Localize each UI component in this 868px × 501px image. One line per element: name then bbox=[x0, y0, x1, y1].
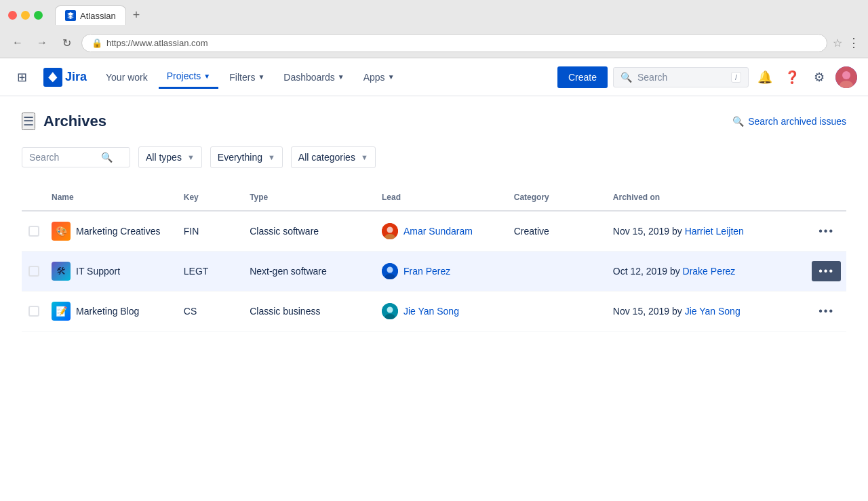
row-3-lead-name[interactable]: Jie Yan Song bbox=[403, 306, 459, 317]
search-archived-button[interactable]: 🔍 Search archived issues bbox=[732, 116, 846, 127]
row-3-lead-cell: Jie Yan Song bbox=[376, 300, 509, 322]
row-2-key: LEGT bbox=[178, 263, 244, 279]
row-3-lead-avatar bbox=[382, 303, 398, 319]
row-3-checkbox[interactable] bbox=[28, 306, 39, 317]
row-2-lead-avatar bbox=[382, 263, 398, 279]
tab-title: Atlassian bbox=[80, 11, 116, 21]
type-header: Type bbox=[244, 190, 376, 205]
row-1-checkbox[interactable] bbox=[28, 226, 39, 237]
back-button[interactable]: ← bbox=[8, 33, 27, 52]
forward-button[interactable]: → bbox=[33, 33, 52, 52]
all-categories-filter[interactable]: All categories ▼ bbox=[291, 146, 376, 168]
search-icon: 🔍 bbox=[620, 72, 632, 83]
header-right: Create 🔍 Search / 🔔 ❓ ⚙ bbox=[557, 66, 857, 88]
search-filter[interactable]: 🔍 bbox=[22, 147, 130, 167]
all-categories-chevron-icon: ▼ bbox=[361, 153, 368, 161]
filters-row: 🔍 All types ▼ Everything ▼ All categorie… bbox=[22, 146, 846, 168]
everything-filter[interactable]: Everything ▼ bbox=[210, 146, 283, 168]
reload-button[interactable]: ↻ bbox=[57, 33, 76, 52]
sidebar-toggle-button[interactable]: ☰ bbox=[22, 113, 35, 130]
create-button[interactable]: Create bbox=[557, 66, 608, 88]
row-3-archived-info: Nov 15, 2019 by Jie Yan Song bbox=[608, 303, 806, 319]
user-avatar[interactable] bbox=[835, 66, 857, 88]
row-2-category bbox=[509, 268, 608, 274]
row-3-more-button[interactable]: ••• bbox=[812, 301, 841, 321]
global-search-bar[interactable]: 🔍 Search / bbox=[613, 67, 749, 87]
all-types-label: All types bbox=[146, 152, 182, 163]
row-1-archived-date: Nov 15, 2019 bbox=[613, 226, 669, 237]
checkbox-header bbox=[22, 190, 46, 205]
page-title-row: ☰ Archives bbox=[22, 113, 106, 130]
row-3-project-icon: 📝 bbox=[52, 302, 71, 321]
browser-menu-button[interactable]: ⋮ bbox=[848, 35, 860, 50]
settings-button[interactable]: ⚙ bbox=[808, 66, 830, 88]
row-2-archived-date: Oct 12, 2019 bbox=[613, 266, 667, 277]
row-1-key: FIN bbox=[178, 223, 244, 239]
actions-header bbox=[806, 190, 846, 205]
row-2-project-name: IT Support bbox=[76, 266, 120, 277]
row-3-by-text: by bbox=[672, 306, 685, 317]
row-1-archived-by[interactable]: Harriet Leijten bbox=[685, 226, 744, 237]
nav-projects[interactable]: Projects ▼ bbox=[159, 65, 218, 89]
search-placeholder: Search bbox=[637, 72, 726, 83]
app-header: ⊞ Jira Your work Projects ▼ Filters ▼ Da… bbox=[0, 58, 868, 96]
row-2-lead-name[interactable]: Fran Perez bbox=[403, 266, 450, 277]
everything-label: Everything bbox=[218, 152, 262, 163]
table-row: 📝 Marketing Blog CS Classic business Jie… bbox=[22, 292, 846, 332]
maximize-dot[interactable] bbox=[34, 11, 43, 20]
nav-dashboards[interactable]: Dashboards ▼ bbox=[275, 66, 352, 88]
jira-logo-text: Jira bbox=[65, 70, 87, 84]
new-tab-button[interactable]: + bbox=[129, 8, 144, 22]
row-2-archived-by[interactable]: Drake Perez bbox=[683, 266, 736, 277]
row-1-checkbox-cell bbox=[22, 223, 46, 239]
page-title: Archives bbox=[43, 113, 106, 130]
projects-chevron-icon: ▼ bbox=[203, 73, 210, 80]
row-1-lead-name[interactable]: Amar Sundaram bbox=[403, 226, 473, 237]
category-header: Category bbox=[509, 190, 608, 205]
row-3-key: CS bbox=[178, 303, 244, 319]
address-bar[interactable]: 🔒 https://www.atlassian.com bbox=[81, 34, 827, 52]
help-button[interactable]: ❓ bbox=[781, 66, 803, 88]
row-1-by-text: by bbox=[672, 226, 685, 237]
row-2-name-cell: 🛠 IT Support bbox=[46, 259, 178, 283]
row-2-type: Next-gen software bbox=[244, 263, 376, 279]
row-3-name-cell: 📝 Marketing Blog bbox=[46, 299, 178, 323]
row-1-type: Classic software bbox=[244, 223, 376, 239]
nav-apps[interactable]: Apps ▼ bbox=[355, 66, 403, 88]
row-3-type: Classic business bbox=[244, 303, 376, 319]
row-1-more-button[interactable]: ••• bbox=[812, 221, 841, 241]
nav-your-work[interactable]: Your work bbox=[98, 66, 156, 88]
row-1-lead-avatar bbox=[382, 223, 398, 239]
row-2-by-text: by bbox=[670, 266, 683, 277]
notifications-button[interactable]: 🔔 bbox=[754, 66, 776, 88]
svg-point-4 bbox=[387, 227, 393, 233]
filters-chevron-icon: ▼ bbox=[258, 73, 264, 81]
row-1-archived-info: Nov 15, 2019 by Harriet Leijten bbox=[608, 223, 806, 239]
everything-chevron-icon: ▼ bbox=[268, 153, 275, 161]
search-filter-icon: 🔍 bbox=[101, 152, 113, 163]
svg-point-10 bbox=[387, 307, 393, 313]
browser-tab[interactable]: Atlassian bbox=[55, 5, 126, 25]
close-dot[interactable] bbox=[8, 11, 17, 20]
table-row: 🎨 Marketing Creatives FIN Classic softwa… bbox=[22, 212, 846, 252]
row-1-project-icon: 🎨 bbox=[52, 222, 71, 241]
app-switcher-button[interactable]: ⊞ bbox=[11, 66, 33, 88]
tab-icon bbox=[65, 10, 76, 21]
jira-logo[interactable]: Jira bbox=[43, 68, 87, 87]
row-2-more-button[interactable]: ••• bbox=[812, 261, 841, 281]
minimize-dot[interactable] bbox=[21, 11, 30, 20]
row-2-checkbox-cell bbox=[22, 263, 46, 279]
search-input[interactable] bbox=[29, 152, 97, 163]
row-3-archived-by[interactable]: Jie Yan Song bbox=[685, 306, 741, 317]
lead-header: Lead bbox=[376, 190, 509, 205]
nav-filters[interactable]: Filters ▼ bbox=[221, 66, 273, 88]
bookmark-button[interactable]: ☆ bbox=[833, 37, 842, 49]
row-marketing-blog: 📝 Marketing Blog CS Classic business Jie… bbox=[22, 292, 846, 331]
row-2-checkbox[interactable] bbox=[28, 266, 39, 277]
svg-point-7 bbox=[387, 267, 393, 273]
all-types-filter[interactable]: All types ▼ bbox=[138, 146, 202, 168]
row-3-category bbox=[509, 308, 608, 314]
search-archived-icon: 🔍 bbox=[732, 116, 744, 127]
row-1-actions: ••• bbox=[806, 218, 846, 244]
key-header: Key bbox=[178, 190, 244, 205]
